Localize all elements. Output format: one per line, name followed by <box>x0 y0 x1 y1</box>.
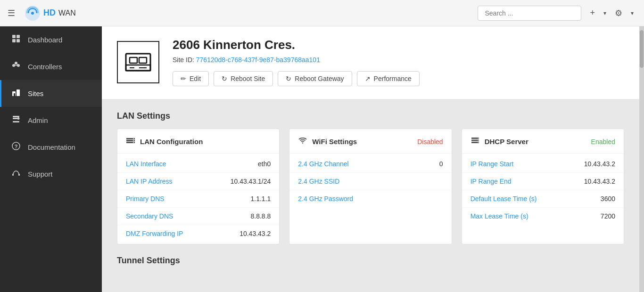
svg-point-34 <box>133 142 134 143</box>
lan-interface-label: LAN Interface <box>126 160 166 168</box>
sidebar-item-sites[interactable]: Sites <box>0 80 102 107</box>
svg-point-1 <box>31 12 34 15</box>
lan-config-card: LAN Configuration LAN Interface eth0 LAN… <box>117 129 280 244</box>
sidebar-item-documentation-label: Documentation <box>28 143 75 151</box>
site-id-value: 776120d8-c768-437f-9e87-ba39768aa101 <box>196 56 320 64</box>
tunnel-section: Tunnel Settings <box>117 256 624 266</box>
svg-rect-22 <box>18 174 20 176</box>
dhcp-title: DHCP Server <box>485 138 528 146</box>
default-lease-row: Default Lease Time (s) 3600 <box>462 190 624 208</box>
hamburger-menu[interactable]: ☰ <box>8 8 15 18</box>
edit-icon: ✏ <box>181 75 186 82</box>
settings-button[interactable]: ⚙ <box>612 6 625 20</box>
lan-config-header-left: LAN Configuration <box>126 136 203 147</box>
sidebar-item-dashboard[interactable]: Dashboard <box>0 26 102 53</box>
main-content: 2606 Kinnerton Cres. Site ID: 776120d8-c… <box>102 26 639 292</box>
svg-rect-36 <box>471 138 479 139</box>
primary-dns-label: Primary DNS <box>126 195 165 203</box>
sidebar-item-admin-label: Admin <box>28 116 48 124</box>
wifi-24-password-label: 2.4 GHz Password <box>298 195 353 203</box>
svg-point-18 <box>17 117 20 120</box>
lan-ip-label: LAN IP Address <box>126 178 173 185</box>
svg-rect-17 <box>13 121 19 122</box>
search-input[interactable] <box>478 6 581 21</box>
primary-dns-row: Primary DNS 1.1.1.1 <box>117 190 279 208</box>
lan-interface-value: eth0 <box>258 160 271 168</box>
dmz-row: DMZ Forwarding IP 10.43.43.2 <box>117 225 279 242</box>
support-icon <box>11 168 21 180</box>
scrollbar-thumb[interactable] <box>640 30 644 68</box>
svg-rect-13 <box>17 89 20 96</box>
wifi-status: Disabled <box>417 138 443 146</box>
reboot-gateway-label: Reboot Gateway <box>295 75 344 82</box>
scrollbar-track[interactable] <box>639 26 644 292</box>
sidebar-item-admin[interactable]: Admin <box>0 107 102 134</box>
lan-config-title: LAN Configuration <box>140 138 203 146</box>
wifi-body: 2.4 GHz Channel 0 2.4 GHz SSID 2.4 GHz P… <box>289 154 451 209</box>
logo-text: HD <box>43 8 56 18</box>
content-area: LAN Settings LAN Configuration <box>102 100 639 284</box>
secondary-dns-row: Secondary DNS 8.8.8.8 <box>117 208 279 225</box>
dhcp-icon <box>471 136 480 147</box>
topnav: ☰ HDWAN + ▾ ⚙ ▾ <box>0 0 644 26</box>
site-logo <box>117 41 159 83</box>
sidebar-item-controllers[interactable]: Controllers <box>0 53 102 80</box>
wifi-24-channel-row: 2.4 GHz Channel 0 <box>289 155 451 173</box>
ip-range-start-row: IP Range Start 10.43.43.2 <box>462 155 624 173</box>
wifi-24-channel-value: 0 <box>439 160 443 168</box>
svg-rect-24 <box>130 57 137 63</box>
dhcp-header-left: DHCP Server <box>471 136 528 147</box>
sidebar-item-sites-label: Sites <box>28 89 43 97</box>
wifi-24-channel-label: 2.4 GHz Channel <box>298 160 348 168</box>
svg-point-32 <box>133 138 134 139</box>
sidebar-item-documentation[interactable]: ? Documentation <box>0 134 102 161</box>
lan-config-body: LAN Interface eth0 LAN IP Address 10.43.… <box>117 154 279 244</box>
svg-rect-14 <box>14 93 15 96</box>
svg-rect-25 <box>139 57 147 63</box>
svg-rect-5 <box>17 39 20 42</box>
reboot-gateway-icon: ↻ <box>286 75 291 82</box>
wifi-header: WiFi Settings Disabled <box>289 129 451 154</box>
svg-point-33 <box>133 140 134 141</box>
edit-label: Edit <box>190 75 201 82</box>
secondary-dns-value: 8.8.8.8 <box>251 212 271 220</box>
svg-rect-4 <box>12 39 16 42</box>
add-chevron[interactable]: ▾ <box>601 8 609 18</box>
controllers-icon <box>11 61 21 73</box>
svg-rect-15 <box>13 116 19 117</box>
reboot-gateway-button[interactable]: ↻ Reboot Gateway <box>278 71 352 86</box>
lan-section-title: LAN Settings <box>117 111 624 121</box>
performance-label: Performance <box>374 75 412 82</box>
svg-rect-16 <box>13 118 17 119</box>
sidebar-item-controllers-label: Controllers <box>28 63 62 71</box>
site-header-card: 2606 Kinnerton Cres. Site ID: 776120d8-c… <box>102 26 639 100</box>
svg-rect-38 <box>471 142 479 143</box>
svg-rect-26 <box>126 65 150 71</box>
svg-text:?: ? <box>15 144 18 149</box>
default-lease-value: 3600 <box>601 195 615 203</box>
dhcp-header: DHCP Server Enabled <box>462 129 624 154</box>
layout: Dashboard Controllers Sites Admin ? Docu… <box>0 26 644 292</box>
svg-point-41 <box>478 142 479 143</box>
dmz-label: DMZ Forwarding IP <box>126 230 183 237</box>
site-info: 2606 Kinnerton Cres. Site ID: 776120d8-c… <box>173 38 624 86</box>
site-title: 2606 Kinnerton Cres. <box>173 38 624 52</box>
site-id-row: Site ID: 776120d8-c768-437f-9e87-ba39768… <box>173 56 624 64</box>
max-lease-label: Max Lease Time (s) <box>471 212 528 220</box>
sidebar-item-dashboard-label: Dashboard <box>28 36 62 44</box>
settings-chevron[interactable]: ▾ <box>628 8 636 18</box>
wifi-title: WiFi Settings <box>312 138 357 146</box>
performance-button[interactable]: ↗ Performance <box>357 71 420 86</box>
sidebar-item-support-label: Support <box>28 170 53 178</box>
dmz-value: 10.43.43.2 <box>239 230 271 237</box>
edit-button[interactable]: ✏ Edit <box>173 71 209 86</box>
reboot-site-label: Reboot Site <box>231 75 265 82</box>
wifi-24-ssid-row: 2.4 GHz SSID <box>289 173 451 190</box>
svg-rect-2 <box>12 35 16 38</box>
sidebar-item-support[interactable]: Support <box>0 161 102 187</box>
reboot-site-button[interactable]: ↻ Reboot Site <box>214 71 273 86</box>
add-button[interactable]: + <box>587 6 598 20</box>
wifi-card: WiFi Settings Disabled 2.4 GHz Channel 0… <box>289 129 452 244</box>
logo: HDWAN <box>25 5 76 21</box>
site-id-label: Site ID: <box>173 56 194 64</box>
